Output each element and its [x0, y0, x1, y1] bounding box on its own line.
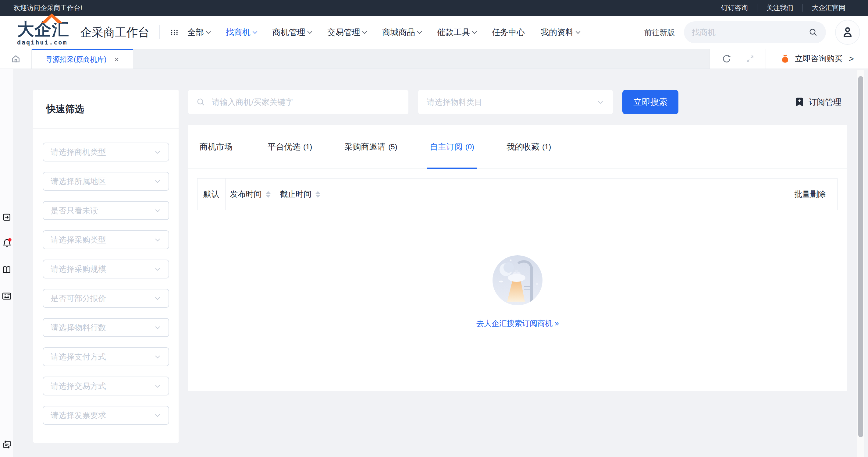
sort-desc-icon[interactable]: [315, 195, 320, 198]
tab-my-favorites[interactable]: 我的收藏(1): [506, 125, 551, 168]
bookmark-plus-icon: [795, 97, 804, 107]
vertical-scrollbar[interactable]: [857, 70, 864, 457]
select-procurement-type[interactable]: 请选择采购类型: [43, 230, 169, 249]
nav-item-find-leads[interactable]: 找商机: [226, 27, 257, 38]
sort-icons[interactable]: [315, 191, 320, 198]
leads-panel: 商机市场 平台优选(1) 采购商邀请(5) 自主订阅(0) 我的收藏(1) 默认…: [188, 125, 847, 391]
official-site-link[interactable]: 大企汇官网: [803, 3, 855, 12]
subscription-manage-button[interactable]: 订阅管理: [795, 90, 841, 114]
empty-state: 去大企汇搜索订阅商机 »: [188, 255, 847, 328]
column-publish-time[interactable]: 发布时间: [225, 178, 275, 210]
nav-item-task-center[interactable]: 任务中心: [492, 27, 525, 38]
notification-bell-icon[interactable]: [2, 238, 12, 248]
scrollbar-thumb[interactable]: [858, 76, 863, 437]
apps-grid-icon[interactable]: [170, 28, 179, 37]
keyword-search-input[interactable]: 请输入商机/买家关键字: [188, 90, 408, 114]
tab-buyer-invitations[interactable]: 采购商邀请(5): [344, 125, 397, 168]
chevron-down-icon: [154, 177, 161, 185]
chevron-down-icon: [362, 29, 367, 34]
nav-item-my-profile[interactable]: 我的资料: [541, 27, 580, 38]
chevron-down-icon: [154, 265, 161, 273]
category-placeholder: 请选择物料类目: [427, 97, 482, 107]
search-placeholder: 找商机: [692, 27, 803, 38]
chevron-right-icon: >: [849, 54, 854, 64]
streetlamp-illustration: [493, 255, 543, 305]
nav-item-collection-tools[interactable]: 催款工具: [437, 27, 476, 38]
nav-item-mall-goods[interactable]: 商城商品: [382, 27, 421, 38]
global-search-input[interactable]: 找商机: [684, 21, 826, 43]
chevron-down-icon: [154, 382, 161, 390]
chevron-down-icon: [472, 29, 477, 34]
left-icon-strip: [0, 69, 13, 457]
tab-self-subscription[interactable]: 自主订阅(0): [430, 125, 474, 168]
tab-platform-picks[interactable]: 平台优选(1): [268, 125, 312, 168]
tab-sourcing-procurement[interactable]: 寻源招采(原商机库) ×: [32, 49, 133, 69]
chevron-down-icon: [154, 412, 161, 419]
logo-domain: daqihui.com: [17, 39, 67, 46]
chevron-down-icon: [596, 98, 604, 106]
tab-label: 寻源招采(原商机库): [46, 55, 106, 64]
select-partial-quote[interactable]: 是否可部分报价: [43, 289, 169, 308]
topbar-links: 钉钉咨询 关注我们 大企汇官网: [712, 3, 855, 12]
keyboard-icon[interactable]: [2, 292, 11, 300]
nav-item-all[interactable]: 全部: [187, 27, 210, 38]
select-invoice-requirement[interactable]: 请选择发票要求: [43, 406, 169, 425]
close-icon[interactable]: ×: [114, 56, 119, 63]
select-trade-method[interactable]: 请选择交易方式: [43, 377, 169, 395]
search-now-button[interactable]: 立即搜索: [622, 90, 678, 114]
feedback-icon[interactable]: [2, 440, 12, 449]
select-procurement-scale[interactable]: 请选择采购规模: [43, 260, 169, 279]
select-lead-type[interactable]: 请选择商机类型: [43, 142, 169, 161]
chevron-down-icon: [576, 29, 581, 34]
consult-buy-button[interactable]: 立即咨询购买 >: [766, 49, 868, 69]
select-unread-only[interactable]: 是否只看未读: [43, 201, 169, 220]
chevron-down-icon: [154, 207, 161, 214]
column-deadline-time[interactable]: 截止时间: [275, 178, 325, 210]
nav-menu: 全部 找商机 商机管理 交易管理 商城商品 催款工具 任务中心 我的资料: [187, 27, 580, 38]
sort-icons[interactable]: [266, 191, 271, 198]
dingtalk-consult-link[interactable]: 钉钉咨询: [712, 3, 757, 12]
nav-right-group: 前往新版 找商机: [644, 20, 860, 45]
money-bag-icon: [780, 54, 790, 64]
select-payment-method[interactable]: 请选择支付方式: [43, 347, 169, 366]
person-icon: [841, 26, 854, 39]
leads-tabs: 商机市场 平台优选(1) 采购商邀请(5) 自主订阅(0) 我的收藏(1): [188, 125, 847, 169]
batch-delete-button[interactable]: 批量删除: [783, 178, 837, 210]
chevron-down-icon: [417, 29, 422, 34]
daqihui-logo[interactable]: 大企汇 daqihui.com: [17, 21, 69, 46]
sort-asc-icon[interactable]: [315, 191, 320, 194]
column-default[interactable]: 默认: [197, 178, 225, 210]
search-icon[interactable]: [808, 27, 818, 37]
sign-out-icon[interactable]: [2, 213, 11, 222]
chevron-down-icon: [154, 236, 161, 243]
nav-item-trade-management[interactable]: 交易管理: [327, 27, 366, 38]
sort-asc-icon[interactable]: [266, 191, 271, 194]
main-navbar: 大企汇 daqihui.com 企采商工作台 全部 找商机 商机管理 交易管理 …: [0, 16, 868, 49]
refresh-icon[interactable]: [721, 54, 732, 64]
table-header: 默认 发布时间 截止时间 批量删除: [197, 178, 838, 210]
consult-label: 立即咨询购买: [795, 53, 842, 64]
select-material-lines[interactable]: 请选择物料行数: [43, 318, 169, 337]
divider: [159, 25, 160, 39]
follow-us-link[interactable]: 关注我们: [757, 3, 803, 12]
tab-lead-market[interactable]: 商机市场: [199, 125, 235, 168]
chevron-down-icon: [253, 29, 257, 34]
keyword-placeholder: 请输入商机/买家关键字: [212, 97, 293, 107]
home-tab-button[interactable]: [0, 49, 32, 69]
sort-desc-icon[interactable]: [266, 195, 271, 198]
nav-item-lead-management[interactable]: 商机管理: [273, 27, 311, 38]
home-icon: [11, 54, 21, 64]
material-category-select[interactable]: 请选择物料类目: [418, 90, 613, 114]
tabrow-tools: [710, 49, 766, 69]
tabrow-filler: [133, 49, 710, 69]
handbook-icon[interactable]: [2, 266, 11, 274]
chevron-down-icon: [154, 149, 161, 156]
logo-roof-icon: [41, 13, 63, 23]
workspace-tabrow: 寻源招采(原商机库) × 立即咨询购买 >: [0, 49, 868, 69]
user-avatar[interactable]: [835, 20, 860, 45]
go-new-version-link[interactable]: 前往新版: [644, 27, 675, 37]
select-region[interactable]: 请选择所属地区: [43, 172, 169, 191]
column-spacer: [325, 178, 783, 210]
go-search-subscribe-link[interactable]: 去大企汇搜索订阅商机 »: [476, 318, 559, 328]
fullscreen-icon[interactable]: [746, 55, 754, 63]
